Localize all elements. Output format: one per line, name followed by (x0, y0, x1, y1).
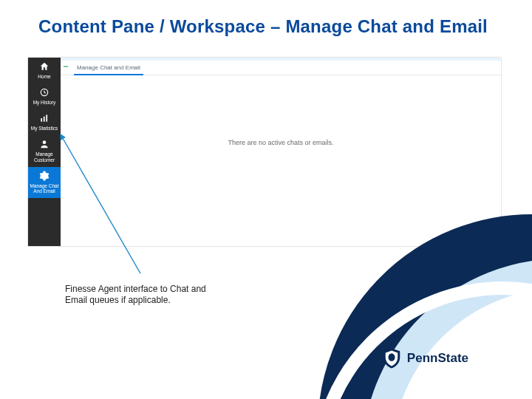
chart-icon (39, 113, 50, 123)
history-icon (39, 87, 50, 98)
svg-rect-3 (46, 115, 47, 122)
slide-title: Content Pane / Workspace – Manage Chat a… (38, 16, 488, 37)
brand: PennState (381, 347, 468, 369)
brand-name: PennState (407, 351, 468, 366)
empty-state-message: There are no active chats or emails. (61, 139, 501, 146)
svg-rect-5 (64, 66, 68, 66)
sidebar-item-my-history[interactable]: My History (28, 83, 61, 109)
sidebar-item-label: Manage Chat And Email (28, 183, 61, 194)
sidebar-item-my-statistics[interactable]: My Statistics (28, 109, 61, 135)
svg-rect-2 (44, 117, 45, 122)
sidebar-item-home[interactable]: Home (28, 58, 61, 83)
workspace: Manage Chat and Email There are no activ… (61, 58, 501, 246)
tab-manage-chat-and-email[interactable]: Manage Chat and Email (74, 63, 143, 75)
sidebar-item-manage-chat-and-email[interactable]: Manage Chat And Email (28, 167, 61, 198)
collapse-toggle-icon[interactable] (64, 64, 68, 69)
svg-point-8 (377, 273, 532, 399)
customer-icon (39, 139, 50, 149)
sidebar-item-label: My History (28, 100, 61, 105)
tab-row: Manage Chat and Email (61, 61, 501, 75)
svg-rect-1 (41, 118, 42, 122)
sidebar-item-label: Home (28, 74, 61, 79)
svg-point-10 (388, 353, 395, 361)
sidebar-item-label: My Statistics (28, 126, 61, 131)
svg-point-7 (347, 244, 532, 399)
svg-point-9 (318, 288, 532, 399)
caption-text: Finesse Agent interface to Chat and Emai… (65, 284, 228, 306)
sidebar-item-label: Manage Customer (28, 151, 61, 162)
gear-icon (39, 171, 50, 181)
home-icon (39, 61, 50, 72)
sidebar-item-manage-customer[interactable]: Manage Customer (28, 135, 61, 166)
sidebar: Home My History My Statistics Manage Cus… (28, 58, 61, 246)
shield-icon (381, 347, 403, 369)
svg-point-4 (43, 141, 47, 145)
app-window: Home My History My Statistics Manage Cus… (28, 58, 501, 246)
